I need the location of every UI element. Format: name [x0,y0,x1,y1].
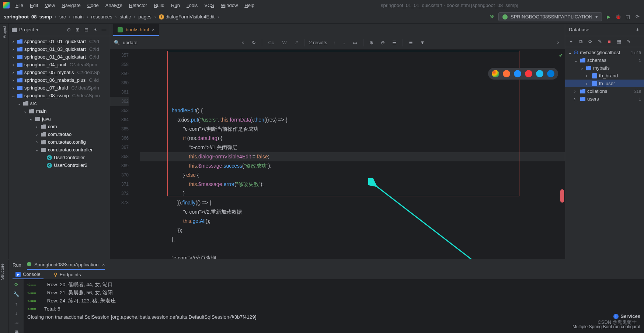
safari-icon[interactable] [514,70,521,77]
scroll-up-icon[interactable]: ↑ [13,301,19,306]
menu-vcs[interactable]: VCS [201,1,217,9]
duplicate-icon[interactable]: ⧉ [578,39,584,45]
view-data-icon[interactable]: ▦ [616,39,622,45]
project-tree[interactable]: ›springboot_01_01_quickstartC:\id›spring… [9,36,110,171]
close-search-icon[interactable]: × [555,39,561,46]
menu-help[interactable]: Help [241,1,257,9]
stop-db-icon[interactable]: ■ [606,39,612,45]
add-selection-icon[interactable]: ⊕ [368,39,375,46]
tree-node[interactable]: ›springboot_07_druidC:\idea\Sprin [9,84,110,92]
tree-node[interactable]: CUserController [9,154,110,161]
tree-node[interactable]: CUserController2 [9,161,110,169]
stop-icon[interactable]: ⟳ [634,14,640,20]
menu-navigate[interactable]: Navigate [59,1,83,9]
db-node[interactable]: ›tb_user [565,80,644,87]
tree-node[interactable]: ⌄src [9,99,110,107]
menu-view[interactable]: View [42,1,58,9]
rail-structure[interactable]: Structure [0,263,4,280]
rerun-icon[interactable]: ⟳ [13,281,19,287]
words-option[interactable]: W [280,39,288,46]
tree-node[interactable]: ›com.taotao [9,130,110,138]
tree-node[interactable]: ›springboot_01_03_quickstartC:\id [9,45,110,53]
tree-node[interactable]: ›springboot_06_mabatis_plusC:\id [9,76,110,84]
chrome-icon[interactable] [492,70,499,77]
menu-refactor[interactable]: Refactor [126,1,150,9]
search-input[interactable] [123,40,219,45]
tree-node[interactable]: ›com [9,123,110,130]
settings-icon[interactable]: ✶ [92,27,98,33]
db-node[interactable]: ›users1 [565,95,644,103]
html-file-icon [118,27,123,32]
breadcrumb[interactable]: springboot_08_ssmp src main resources st… [4,14,220,20]
select-occurrences-icon[interactable]: ☰ [391,39,398,46]
rail-project[interactable]: Project [2,26,7,38]
menu-window[interactable]: Window [218,1,241,9]
menu-build[interactable]: Build [151,1,167,9]
tab-books-html[interactable]: books.html × [113,24,159,36]
menu-edit[interactable]: Edit [27,1,41,9]
error-stripe-marker[interactable] [560,189,564,203]
run-config-tab[interactable]: Springboot08SsmpApplication × [27,262,105,270]
firefox-icon[interactable] [503,70,510,77]
run-settings-icon[interactable]: 🔧 [13,291,19,297]
edge-icon[interactable] [547,70,554,77]
datasource-node[interactable]: ⌄ ⛁ mybatis@localhost 1 of 9 [565,49,644,56]
db-node[interactable]: ⌄schemas1 [565,56,644,64]
db-settings-icon[interactable]: ✶ [634,27,640,33]
run-icon[interactable]: ▶ [606,14,612,20]
menu-run[interactable]: Run [168,1,183,9]
tree-node[interactable]: ⌄main [9,107,110,115]
tree-node[interactable]: ›springboot_05_mybatisC:\idea\Sp [9,69,110,76]
print-icon[interactable]: 🖶 [13,329,19,333]
toggle-scope-icon[interactable]: ≣ [407,39,414,46]
tree-node[interactable]: ⌄springboot_08_ssmpC:\idea\Sprin [9,92,110,99]
tree-node[interactable]: ›springboot_01_01_quickstartC:\id [9,38,110,45]
tree-node[interactable]: ›com.taotao.config [9,138,110,146]
soft-wrap-icon[interactable]: ⇥ [13,320,19,326]
select-all-icon[interactable]: ▭ [351,39,359,46]
hammer-icon[interactable]: ⚒ [489,14,495,20]
add-datasource-icon[interactable]: + [568,39,574,45]
jump-to-console-icon[interactable]: ✎ [597,39,603,45]
console-output[interactable]: <== Row: 20, 催眠者, 44, 女, 湖口<== Row: 21, … [24,279,644,333]
hide-icon[interactable]: — [101,27,107,33]
tree-node[interactable]: ⌄com.taotao.controller [9,146,110,154]
database-tree[interactable]: ⌄ ⛁ mybatis@localhost 1 of 9 ⌄schemas1⌄m… [565,47,644,104]
regex-option[interactable]: .* [293,39,300,46]
select-opened-icon[interactable]: ⊙ [66,27,72,33]
close-icon[interactable]: × [152,27,155,32]
menu-analyze[interactable]: Analyze [102,1,125,9]
refresh-icon[interactable]: ⟳ [587,39,593,45]
tree-node[interactable]: ⌄java [9,115,110,123]
prev-match-icon[interactable]: ↑ [332,39,337,46]
opera-icon[interactable] [525,70,532,77]
ie-icon[interactable] [536,70,543,77]
run-config-combo[interactable]: SPRINGBOOT08SSMPAPPLICATION ▾ [498,12,602,21]
project-pane-title[interactable]: Project ▾ [12,27,63,32]
tree-node[interactable]: ›springboot_04_junitC:\idea\Sprin [9,61,110,69]
collapse-all-icon[interactable]: ⊟ [83,27,89,33]
browser-preview-bar[interactable] [488,68,558,80]
db-node[interactable]: ⌄mybatis [565,64,644,72]
next-match-icon[interactable]: ↓ [341,39,347,46]
scroll-down-icon[interactable]: ↓ [13,310,19,316]
inspection-ok-icon[interactable]: ✔ [559,51,563,60]
tree-node[interactable]: ›springboot_01_04_quickstartC:\id [9,53,110,61]
edit-icon[interactable]: ✎ [626,39,631,45]
debug-icon[interactable]: 🐞 [615,14,621,20]
endpoints-tab[interactable]: ⚲ Endpoints [51,270,84,279]
db-node[interactable]: ›tb_brand [565,72,644,80]
clear-search-icon[interactable]: × [240,39,246,46]
coverage-icon[interactable]: ◱ [625,14,631,20]
menu-code[interactable]: Code [84,1,102,9]
menu-file[interactable]: File [13,1,26,9]
services-toolwindow-button[interactable]: i Services [613,313,641,319]
menu-tools[interactable]: Tools [184,1,201,9]
expand-all-icon[interactable]: ⊞ [74,27,80,33]
filter-icon[interactable]: ▼ [419,39,427,46]
console-tab[interactable]: ▶ Console [13,270,43,279]
match-case-option[interactable]: Cc [267,39,276,46]
db-node[interactable]: ›collations219 [565,87,644,95]
search-history-icon[interactable]: ↻ [250,39,257,46]
remove-selection-icon[interactable]: ⊖ [379,39,386,46]
